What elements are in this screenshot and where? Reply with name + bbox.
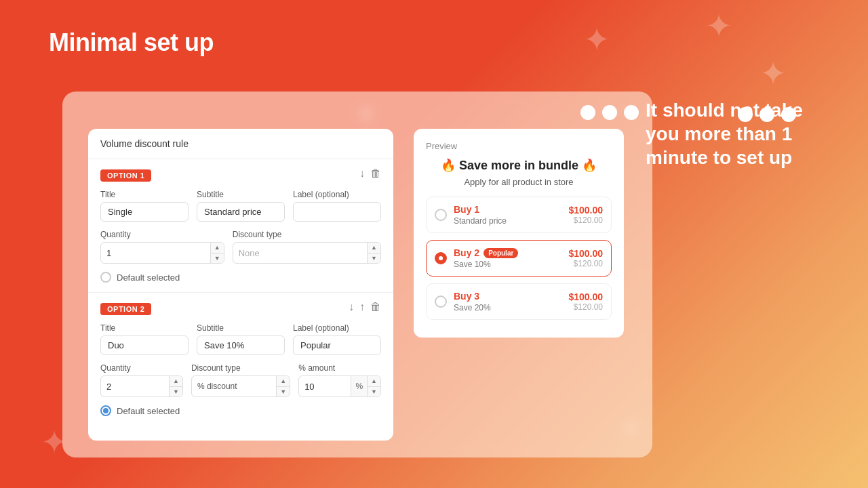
option1-title-label: Title	[100, 190, 189, 199]
option2-discount-stepper: ▲ ▼	[276, 376, 290, 396]
option2-subtitle-label: Subtitle	[197, 323, 285, 333]
panel-header: Volume discount rule	[88, 129, 393, 159]
option2-quantity-stepper[interactable]: 2 ▲ ▼	[100, 375, 183, 397]
bundle-name-row-2: Buy 2 Popular	[454, 247, 561, 258]
option2-subtitle-field: Subtitle	[197, 323, 285, 355]
bundle-radio-1[interactable]	[435, 209, 447, 221]
option2-label-input[interactable]	[293, 336, 381, 355]
option1-subtitle-input[interactable]	[197, 202, 285, 222]
option2-badge: OPTION 2	[100, 303, 151, 315]
percent-symbol: %	[351, 376, 367, 396]
option1-row2: Quantity 1 ▲ ▼ Discount type None ▲ ▼	[100, 230, 381, 264]
bundle-option-3[interactable]: Buy 3 Save 20% $100.00 $120.00	[426, 283, 612, 320]
bundle-name-row-3: Buy 3	[454, 291, 561, 302]
option2-amount-field: % amount 10 % ▲ ▼	[298, 363, 381, 397]
option2-amount-value: 10	[299, 382, 351, 392]
bundle-price-1: $100.00	[568, 205, 603, 216]
option2-increment-button[interactable]: ▲	[170, 376, 182, 387]
option2-row1: Title Subtitle Label (optional)	[100, 323, 381, 355]
bundle-info-2: Buy 2 Popular Save 10%	[454, 247, 561, 269]
option1-default-radio[interactable]	[100, 272, 111, 283]
option-2-section: OPTION 2 ↓ ↑ 🗑 Title Subtitle Label (opt…	[88, 293, 393, 426]
option1-quantity-field: Quantity 1 ▲ ▼	[100, 230, 224, 264]
option1-discount-type-label: Discount type	[233, 230, 381, 239]
option2-quantity-value: 2	[101, 382, 169, 392]
option2-discount-down[interactable]: ▼	[277, 387, 290, 397]
option1-discount-type-field: Discount type None ▲ ▼	[233, 230, 381, 264]
option2-title-input[interactable]	[100, 336, 189, 355]
option2-amount-up[interactable]: ▲	[368, 376, 380, 387]
bundle-price-col-1: $100.00 $120.00	[568, 205, 603, 225]
option2-label-label: Label (optional)	[293, 323, 381, 333]
option1-row1: Title Subtitle Label (optional)	[100, 190, 381, 222]
option2-stepper-buttons: ▲ ▼	[169, 376, 182, 396]
bundle-name-3: Buy 3	[454, 291, 479, 302]
option1-quantity-label: Quantity	[100, 230, 224, 239]
bundle-price-2: $100.00	[568, 248, 603, 259]
option2-discount-up[interactable]: ▲	[277, 376, 290, 387]
option1-stepper-buttons: ▲ ▼	[210, 243, 224, 263]
option1-default-row: Default selected	[100, 272, 381, 283]
option2-label-field: Label (optional)	[293, 323, 381, 355]
move-up-icon[interactable]: ↑	[359, 301, 365, 313]
option1-decrement-button[interactable]: ▼	[211, 253, 224, 264]
bundle-radio-2[interactable]	[435, 252, 447, 264]
option1-discount-type-select[interactable]: None ▲ ▼	[233, 242, 381, 264]
option1-discount-down[interactable]: ▼	[368, 253, 380, 264]
option1-discount-type-value: None	[233, 248, 367, 258]
option1-actions: ↓ 🗑	[359, 167, 381, 180]
bundle-option-1[interactable]: Buy 1 Standard price $100.00 $120.00	[426, 197, 612, 233]
option1-discount-stepper: ▲ ▼	[367, 243, 380, 263]
delete-icon-2[interactable]: 🗑	[370, 301, 381, 313]
page-title: Minimal set up	[49, 28, 214, 57]
bundle-orig-price-2: $120.00	[568, 259, 603, 268]
option1-quantity-value: 1	[101, 248, 210, 258]
preview-subtitle: Apply for all product in store	[426, 177, 612, 187]
window-dot-red	[580, 105, 595, 120]
bundle-info-3: Buy 3 Save 20%	[454, 291, 561, 312]
popular-badge: Popular	[484, 248, 518, 258]
volume-discount-panel: Volume discount rule OPTION 1 ↓ 🗑 Title …	[88, 129, 393, 441]
bundle-name-row-1: Buy 1	[454, 204, 561, 215]
bundle-option-2[interactable]: Buy 2 Popular Save 10% $100.00 $120.00	[426, 240, 612, 277]
option2-amount-stepper: ▲ ▼	[367, 376, 380, 396]
option2-discount-type-field: Discount type % discount ▲ ▼	[191, 363, 290, 397]
window-dot-green	[624, 105, 639, 120]
option2-discount-type-select[interactable]: % discount ▲ ▼	[191, 375, 290, 397]
bundle-info-1: Buy 1 Standard price	[454, 204, 561, 226]
move-down-icon-2[interactable]: ↓	[349, 301, 354, 313]
option1-increment-button[interactable]: ▲	[211, 243, 224, 253]
sparkle-decoration: ✦	[760, 54, 787, 92]
option1-title-field: Title	[100, 190, 189, 222]
option2-default-row: Default selected	[100, 405, 381, 416]
option2-subtitle-input[interactable]	[197, 336, 285, 355]
bundle-radio-3[interactable]	[435, 296, 447, 308]
sidebar-description: It should not take you more than 1 minut…	[646, 98, 835, 169]
preview-panel: Preview 🔥 Save more in bundle 🔥 Apply fo…	[414, 129, 624, 338]
preview-title: 🔥 Save more in bundle 🔥	[426, 158, 612, 173]
option2-default-radio[interactable]	[100, 405, 111, 416]
option2-default-label: Default selected	[117, 406, 180, 416]
option1-label-input[interactable]	[293, 202, 381, 222]
option1-quantity-stepper[interactable]: 1 ▲ ▼	[100, 242, 224, 264]
option1-badge: OPTION 1	[100, 169, 151, 182]
option1-discount-up[interactable]: ▲	[368, 243, 380, 253]
option2-decrement-button[interactable]: ▼	[170, 387, 182, 397]
option2-row2: Quantity 2 ▲ ▼ Discount type % discount …	[100, 363, 381, 397]
bundle-desc-1: Standard price	[454, 216, 561, 226]
option2-quantity-field: Quantity 2 ▲ ▼	[100, 363, 183, 397]
option2-amount-down[interactable]: ▼	[368, 387, 380, 397]
bundle-price-col-2: $100.00 $120.00	[568, 248, 603, 268]
window-dots	[580, 105, 639, 120]
sparkle-decoration: ✦	[583, 20, 610, 58]
option2-title-field: Title	[100, 323, 189, 355]
window-dot-yellow	[602, 105, 617, 120]
move-down-icon[interactable]: ↓	[359, 167, 365, 180]
option1-title-input[interactable]	[100, 202, 189, 222]
option1-subtitle-label: Subtitle	[197, 190, 285, 199]
bundle-desc-2: Save 10%	[454, 260, 561, 269]
delete-icon[interactable]: 🗑	[370, 167, 381, 180]
option2-amount-wrap[interactable]: 10 % ▲ ▼	[298, 375, 381, 397]
option1-subtitle-field: Subtitle	[197, 190, 285, 222]
bundle-price-3: $100.00	[568, 291, 603, 302]
